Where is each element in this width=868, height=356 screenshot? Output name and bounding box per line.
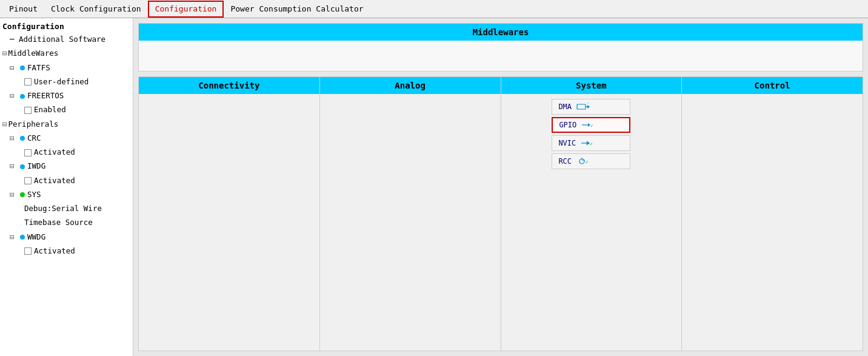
nvic-label: NVIC (558, 139, 576, 147)
wwdg-status-dot (20, 235, 25, 240)
nvic-button[interactable]: NVIC ✓ (552, 135, 630, 151)
tree-item-iwdg[interactable]: ⊟ IWDG (0, 159, 133, 173)
rcc-label: RCC (558, 157, 572, 166)
nvic-icon: ✓ (578, 139, 594, 147)
fatfs-userdefined-checkbox[interactable] (24, 78, 32, 86)
left-panel: Configuration ─ Additional Software ⊟Mid… (0, 18, 133, 356)
svg-text:✓: ✓ (590, 123, 593, 129)
tree-item-peripherals[interactable]: ⊟Peripherals (0, 117, 133, 131)
freertos-status-dot (20, 94, 25, 99)
dma-icon: + (574, 102, 590, 111)
tree-item-sys[interactable]: ⊟ SYS (0, 187, 133, 201)
dma-button[interactable]: DMA + (552, 99, 630, 115)
rcc-icon: ✓ (574, 157, 590, 166)
tab-bar: Pinout Clock Configuration Configuration… (0, 0, 868, 18)
tree-item-sys-debug[interactable]: Debug:Serial Wire (0, 201, 133, 215)
tree-item-freertos[interactable]: ⊟ FREERTOS (0, 89, 133, 102)
col-system: System DMA + (501, 77, 683, 351)
analog-header: Analog (320, 77, 501, 94)
tab-pinout[interactable]: Pinout (2, 1, 44, 18)
col-analog: Analog (320, 77, 501, 351)
control-header: Control (682, 77, 863, 94)
tree-item-crc-activated[interactable]: Activated (0, 145, 133, 159)
iwdg-status-dot (20, 164, 25, 169)
tab-power[interactable]: Power Consumption Calculator (224, 1, 370, 18)
svg-text:✓: ✓ (590, 141, 593, 147)
tab-configuration[interactable]: Configuration (148, 1, 224, 18)
gpio-label: GPIO (559, 121, 576, 129)
gpio-button[interactable]: GPIO ✓ (552, 117, 630, 133)
sys-status-dot (20, 192, 25, 197)
middlewares-header: Middlewares (139, 24, 863, 41)
svg-text:+: + (587, 102, 589, 105)
iwdg-activated-checkbox[interactable] (24, 177, 32, 184)
middlewares-body (139, 41, 863, 71)
svg-text:✓: ✓ (586, 160, 589, 165)
gpio-icon: ✓ (579, 121, 595, 129)
tree-item-wwdg-activated[interactable]: Activated (0, 244, 133, 258)
main-layout: Configuration ─ Additional Software ⊟Mid… (0, 18, 868, 356)
tree-item-iwdg-activated[interactable]: Activated (0, 173, 133, 187)
col-control: Control (682, 77, 863, 351)
crc-status-dot (20, 136, 25, 141)
fatfs-status-dot (20, 65, 25, 70)
tree-item-middlewares[interactable]: ⊟MiddleWares (0, 46, 133, 60)
tree-item-sys-timebase[interactable]: Timebase Source (0, 215, 133, 229)
middlewares-section: Middlewares (138, 23, 863, 72)
tree-item-wwdg[interactable]: ⊟ WWDG (0, 230, 133, 244)
col-connectivity: Connectivity (139, 77, 320, 351)
dma-label: DMA (558, 102, 572, 111)
system-body: DMA + GPIO (501, 94, 682, 351)
tree-item-additional-software[interactable]: ─ Additional Software (0, 32, 133, 46)
tree-item-crc[interactable]: ⊟ CRC (0, 131, 133, 145)
tree-item-freertos-enabled[interactable]: Enabled (0, 102, 133, 116)
rcc-button[interactable]: RCC ✓ (552, 153, 630, 169)
bottom-grid: Connectivity Analog System DMA (138, 76, 863, 351)
tree-root-label: Configuration (0, 21, 133, 32)
connectivity-body (139, 94, 319, 351)
tree-item-fatfs[interactable]: ⊟ FATFS (0, 61, 133, 75)
svg-point-11 (579, 159, 584, 164)
right-panel: Middlewares Connectivity Analog System (133, 18, 868, 356)
control-body (682, 94, 863, 351)
freertos-enabled-checkbox[interactable] (24, 107, 32, 114)
tab-clock[interactable]: Clock Configuration (44, 1, 148, 18)
tree-item-fatfs-userdefined[interactable]: User-defined (0, 75, 133, 89)
svg-marker-2 (587, 105, 590, 109)
system-header: System (501, 77, 682, 94)
crc-activated-checkbox[interactable] (24, 149, 32, 156)
wwdg-activated-checkbox[interactable] (24, 247, 32, 255)
connectivity-header: Connectivity (139, 77, 319, 94)
analog-body (320, 94, 501, 351)
svg-rect-0 (577, 104, 586, 109)
